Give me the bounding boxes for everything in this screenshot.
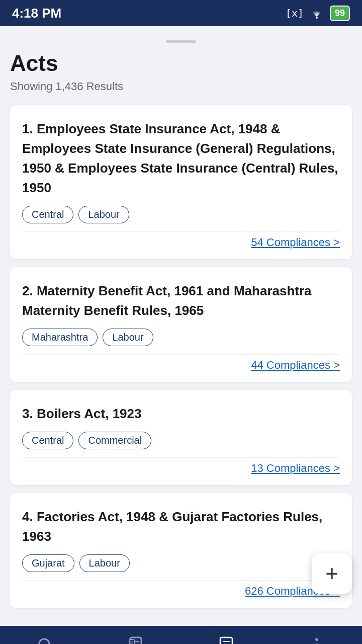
tag-maharashtra[interactable]: Maharashtra: [22, 329, 98, 346]
battery-icon: 99: [330, 6, 350, 21]
act-card-3[interactable]: 3. Boilers Act, 1923CentralCommercial13 …: [10, 390, 352, 485]
svg-point-1: [39, 639, 49, 645]
status-bar: 4:18 PM [x] 99: [0, 0, 362, 26]
act-card-4[interactable]: 4. Factories Act, 1948 & Gujarat Factori…: [10, 493, 352, 608]
nav-item-more[interactable]: more: [287, 635, 347, 645]
act-card-1[interactable]: 1. Employees State Insurance Act, 1948 &…: [10, 105, 352, 259]
fab-button[interactable]: +: [312, 553, 352, 594]
tag-labour[interactable]: Labour: [79, 554, 130, 572]
nav-item-acts[interactable]: Acts: [196, 635, 256, 645]
tags-row-3: CentralCommercial: [22, 432, 340, 449]
act-title-3: 3. Boilers Act, 1923: [22, 404, 340, 424]
nav-item-legal[interactable]: Legal: [106, 635, 166, 645]
tag-central[interactable]: Central: [22, 432, 73, 449]
tag-labour[interactable]: Labour: [103, 329, 153, 346]
scroll-hint: [166, 40, 196, 43]
compliances-link-3[interactable]: 13 Compliances >: [22, 457, 340, 475]
act-title-4: 4. Factories Act, 1948 & Gujarat Factori…: [22, 507, 340, 546]
page-content: Acts Showing 1,436 Results 1. Employees …: [0, 26, 362, 626]
status-icons: [x] 99: [286, 6, 350, 21]
act-title-1: 1. Employees State Insurance Act, 1948 &…: [22, 119, 340, 198]
results-count: Showing 1,436 Results: [10, 80, 352, 93]
compliances-link-2[interactable]: 44 Compliances >: [22, 354, 340, 372]
tag-central[interactable]: Central: [22, 206, 73, 223]
signal-icon: [x]: [286, 7, 304, 19]
wifi-icon: [310, 8, 324, 19]
act-title-2: 2. Maternity Benefit Act, 1961 and Mahar…: [22, 281, 340, 320]
tag-gujarat[interactable]: Gujarat: [22, 554, 74, 572]
tags-row-1: CentralLabour: [22, 206, 340, 223]
tag-labour[interactable]: Labour: [78, 206, 129, 223]
compliances-link-1[interactable]: 54 Compliances >: [22, 231, 340, 249]
nav-item-explore[interactable]: Explore: [15, 635, 75, 645]
tags-row-2: MaharashtraLabour: [22, 329, 340, 346]
acts-list: 1. Employees State Insurance Act, 1948 &…: [10, 105, 352, 608]
status-time: 4:18 PM: [12, 6, 61, 21]
svg-point-0: [316, 17, 318, 19]
tags-row-4: GujaratLabour: [22, 554, 340, 572]
compliances-link-4[interactable]: 626 Compliances >: [22, 580, 340, 598]
explore-icon: [36, 635, 55, 645]
legal-icon: [126, 635, 145, 645]
svg-point-13: [315, 638, 318, 641]
bottom-nav: Explore Legal Acts: [0, 626, 362, 644]
svg-rect-9: [220, 637, 232, 645]
more-icon: [307, 635, 326, 645]
act-card-2[interactable]: 2. Maternity Benefit Act, 1961 and Mahar…: [10, 267, 352, 382]
tag-commercial[interactable]: Commercial: [78, 432, 151, 449]
acts-icon: [217, 635, 236, 645]
page-title: Acts: [10, 51, 352, 76]
